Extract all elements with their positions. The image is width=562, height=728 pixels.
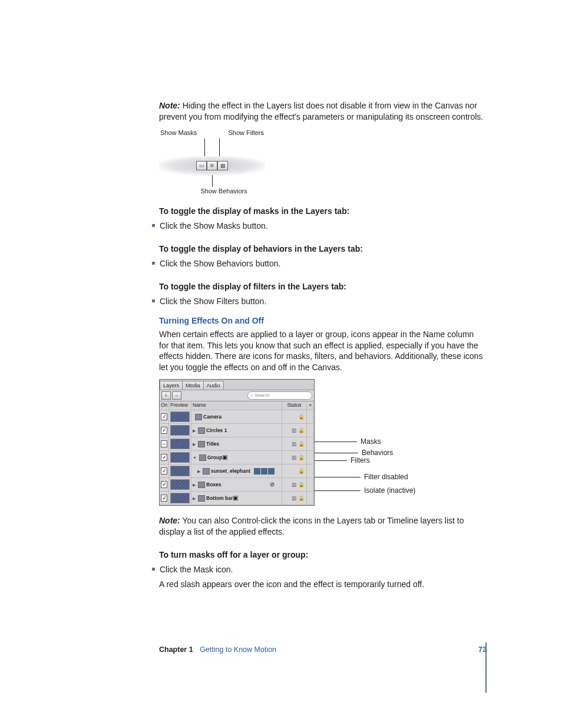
preview-thumb (170, 452, 190, 463)
status-icon[interactable]: 🔒 (298, 413, 305, 420)
status-icons: 🔒 (283, 413, 305, 420)
filter-disabled-icon[interactable]: ⊘ (270, 481, 275, 489)
status-icon[interactable]: 🔒 (298, 440, 305, 447)
layer-row[interactable]: ✓ ▶sunset_elephant🔒 (160, 465, 314, 478)
col-preview: Preview (169, 401, 191, 410)
layer-row[interactable]: ✓▼Group ▣▥🔒 (160, 451, 314, 465)
callout-filters: Filters (347, 456, 370, 465)
layer-type-icon (198, 441, 205, 447)
layer-row[interactable]: ✓Camera🔒 (160, 410, 314, 424)
isolate-icon[interactable]: ▣ (222, 454, 227, 462)
show-filters-button[interactable]: ▦ (217, 161, 228, 170)
layer-row[interactable]: –▶Titles▥🔒 (160, 437, 314, 451)
enable-checkbox[interactable]: ✓ (161, 495, 167, 502)
search-icon: ⌕ (250, 393, 253, 399)
behaviors-icon[interactable] (261, 468, 267, 475)
chapter-number: Chapter 1 (159, 645, 193, 654)
note-paragraph: Note: Hiding the effect in the Layers li… (159, 100, 485, 123)
preview-thumb (170, 411, 190, 422)
layer-name: Titles (206, 441, 219, 447)
status-icons: ▥🔒 (283, 495, 305, 502)
tab-media[interactable]: Media (182, 381, 204, 390)
figure-layers-panel: Layers Media Audio + − ⌕ Search On Previ… (159, 379, 485, 506)
bullet-text: Click the Show Masks button. (160, 220, 268, 232)
layer-name: Group (207, 454, 223, 461)
disclosure-icon[interactable]: ▶ (193, 496, 196, 501)
status-icon[interactable]: 🔒 (298, 454, 305, 461)
show-behaviors-button[interactable]: ✲ (207, 161, 217, 170)
status-icon[interactable]: ▥ (292, 454, 297, 461)
task-heading: To toggle the display of masks in the La… (159, 206, 485, 217)
callout-filter-disabled: Filter disabled (361, 472, 408, 482)
enable-checkbox[interactable]: – (161, 440, 167, 447)
bullet-icon (152, 224, 155, 227)
enable-checkbox[interactable]: ✓ (161, 413, 167, 420)
layer-type-icon (199, 454, 206, 461)
disclosure-icon[interactable]: ▼ (193, 455, 197, 460)
enable-checkbox[interactable]: ✓ (161, 481, 167, 488)
status-icons: ▥🔒 (283, 481, 305, 488)
status-icons: 🔒 (283, 467, 305, 475)
callout-masks: Masks (357, 437, 381, 446)
layer-type-icon (198, 495, 205, 502)
enable-checkbox[interactable]: ✓ (161, 467, 167, 475)
layer-type-icon (198, 427, 205, 434)
disclosure-icon[interactable]: ▶ (193, 428, 196, 433)
filters-icon[interactable] (268, 468, 275, 475)
layer-name: Camera (203, 414, 222, 420)
disclosure-icon[interactable]: ▶ (193, 442, 196, 447)
task-result-text: A red slash appears over the icon and th… (159, 579, 485, 590)
status-icon[interactable]: 🔒 (298, 427, 305, 434)
show-masks-button[interactable]: ▭ (196, 161, 207, 170)
status-icon[interactable]: ▥ (292, 495, 297, 502)
layer-type-icon (198, 482, 205, 488)
status-icons: ▥🔒 (283, 440, 305, 447)
status-icon[interactable]: 🔒 (298, 495, 305, 502)
body-paragraph: When certain effects are applied to a la… (159, 329, 485, 374)
masks-icon[interactable] (254, 468, 260, 475)
remove-button[interactable]: − (172, 391, 181, 400)
chapter-title: Getting to Know Motion (200, 645, 276, 654)
layer-row[interactable]: ✓▶Boxes⊘▥🔒 (160, 478, 314, 492)
status-icons: ▥🔒 (283, 454, 305, 461)
panel-tabs[interactable]: Layers Media Audio (160, 380, 314, 390)
status-icon[interactable]: 🔒 (298, 481, 305, 488)
preview-thumb (170, 466, 190, 476)
bullet-item: Click the Show Filters button. (159, 296, 485, 307)
disclosure-icon[interactable]: ▶ (193, 482, 196, 487)
bullet-item: Click the Show Masks button. (159, 220, 485, 232)
tab-layers[interactable]: Layers (160, 381, 183, 390)
layers-panel: Layers Media Audio + − ⌕ Search On Previ… (159, 379, 315, 506)
status-icon[interactable]: ▥ (292, 481, 297, 488)
manual-page: Note: Hiding the effect in the Layers li… (0, 0, 562, 728)
search-input[interactable]: ⌕ Search (247, 391, 312, 400)
page-footer: Chapter 1 Getting to Know Motion 73 (159, 645, 487, 655)
note-prefix: Note: (159, 101, 180, 110)
margin-rule (485, 643, 487, 693)
status-icon[interactable]: 🔒 (298, 467, 305, 475)
task-heading: To turn masks off for a layer or group: (159, 549, 485, 561)
layer-name: sunset_elephant (211, 468, 250, 475)
label-show-filters: Show Filters (228, 129, 264, 137)
status-icon[interactable]: ▥ (292, 440, 297, 447)
bullet-item: Click the Show Behaviors button. (159, 258, 485, 269)
task-heading: To toggle the display of behaviors in th… (159, 243, 485, 255)
label-show-masks: Show Masks (160, 129, 197, 137)
bullet-text: Click the Mask icon. (160, 564, 233, 575)
col-overflow[interactable]: » (307, 401, 314, 410)
add-button[interactable]: + (161, 391, 171, 400)
task-heading: To toggle the display of filters in the … (159, 281, 485, 292)
note-prefix: Note: (159, 516, 180, 525)
layer-name: Bottom bar (206, 495, 233, 502)
disclosure-icon[interactable]: ▶ (197, 469, 200, 474)
layer-row[interactable]: ✓▶Circles 1▥🔒 (160, 424, 314, 437)
preview-thumb (170, 439, 190, 449)
col-status: Status (282, 401, 307, 410)
note-text: Hiding the effect in the Layers list doe… (159, 101, 483, 121)
isolate-icon[interactable]: ▣ (233, 495, 238, 502)
status-icon[interactable]: ▥ (292, 427, 297, 434)
enable-checkbox[interactable]: ✓ (161, 427, 167, 434)
enable-checkbox[interactable]: ✓ (161, 454, 167, 461)
layer-row[interactable]: ✓▶Bottom bar ▣▥🔒 (160, 492, 314, 505)
tab-audio[interactable]: Audio (203, 381, 224, 390)
